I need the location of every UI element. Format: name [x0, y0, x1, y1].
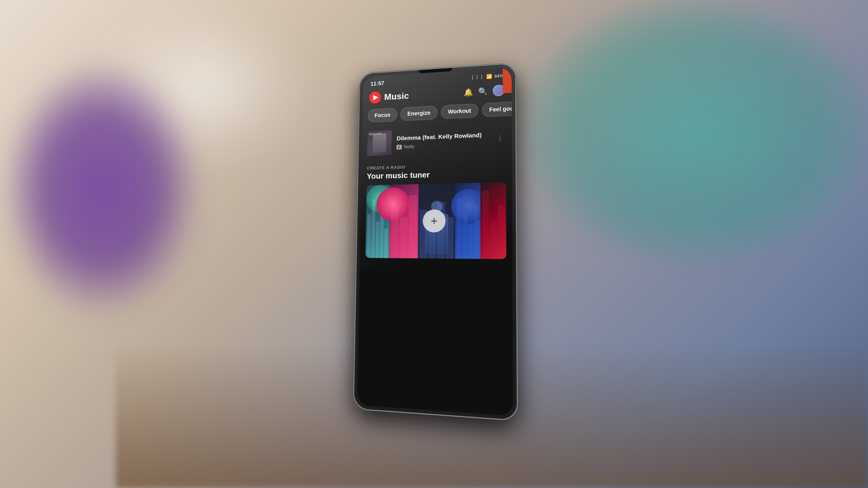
song-more-options[interactable]: ⋮ — [494, 132, 506, 145]
tuner-pink-section — [389, 184, 418, 258]
tuner-pink2-section — [480, 182, 506, 259]
eq-bars-pink2 — [480, 182, 506, 259]
category-pill-energize[interactable]: Energize — [400, 105, 437, 121]
bg-teal-blur — [521, 0, 868, 260]
category-pill-feelgood[interactable]: Feel goo... — [482, 101, 512, 117]
battery-percent: 64% — [494, 73, 503, 78]
screen-content: 11:57 ⋮⋮⋮ 📶 64% Music — [357, 67, 513, 416]
phone-screen: 11:57 ⋮⋮⋮ 📶 64% Music — [357, 67, 513, 416]
wifi-icon: ⋮⋮⋮ — [470, 74, 484, 80]
eq-bar — [457, 198, 462, 258]
top-icons: 🔔 🔍 — [464, 85, 505, 98]
song-meta: E Nelly — [396, 141, 489, 150]
tuner-blue-section — [455, 183, 480, 259]
play-triangle — [373, 95, 378, 101]
phone-device: 11:57 ⋮⋮⋮ 📶 64% Music — [353, 63, 518, 421]
eq-bar — [490, 221, 497, 259]
status-time: 11:57 — [370, 80, 384, 87]
bg-purple-blur — [0, 58, 203, 318]
eq-bar — [367, 214, 371, 258]
eq-bar — [482, 190, 489, 259]
explicit-badge: E — [396, 145, 402, 150]
radio-section-title: Your music tuner — [367, 168, 506, 181]
album-figure — [373, 133, 386, 153]
plus-icon: + — [431, 215, 437, 227]
eq-bar — [468, 224, 473, 259]
app-title: Music — [384, 91, 409, 102]
eq-bar — [498, 205, 505, 259]
add-radio-button[interactable]: + — [423, 209, 446, 232]
eq-bar — [408, 195, 417, 258]
eq-bar — [462, 213, 467, 259]
search-icon[interactable]: 🔍 — [478, 87, 488, 96]
eq-bar — [474, 205, 479, 259]
eq-bar — [399, 218, 408, 258]
eq-bar — [445, 217, 454, 259]
song-info: Dilemma (feat. Kelly Rowland) E Nelly — [396, 131, 489, 150]
eq-bar — [375, 221, 379, 258]
red-accent-bar — [503, 67, 513, 93]
song-title: Dilemma (feat. Kelly Rowland) — [397, 131, 489, 142]
radio-section: CREATE A RADIO Your music tuner — [361, 156, 512, 185]
tuner-visual[interactable]: + — [365, 182, 506, 259]
app-brand: Music — [369, 90, 409, 104]
bell-icon[interactable]: 🔔 — [464, 88, 473, 97]
category-pill-focus[interactable]: Focus — [368, 108, 397, 123]
status-right: ⋮⋮⋮ 📶 64% — [470, 73, 503, 80]
eq-bar — [371, 199, 375, 258]
signal-icon: 📶 — [486, 74, 492, 79]
song-album-art: Nellyville — [367, 130, 392, 156]
song-artist: Nelly — [404, 144, 414, 150]
eq-bar — [384, 229, 388, 258]
yt-music-logo — [369, 91, 381, 104]
phone-wrapper: 11:57 ⋮⋮⋮ 📶 64% Music — [353, 63, 518, 421]
song-item[interactable]: Nellyville Dilemma (feat. Kelly Rowland)… — [362, 122, 512, 159]
eq-bar — [390, 206, 399, 258]
eq-bars-blue — [455, 183, 480, 259]
song-art-inner: Nellyville — [367, 130, 392, 156]
category-pill-workout[interactable]: Workout — [441, 103, 478, 119]
eq-bars-pink — [389, 184, 418, 258]
